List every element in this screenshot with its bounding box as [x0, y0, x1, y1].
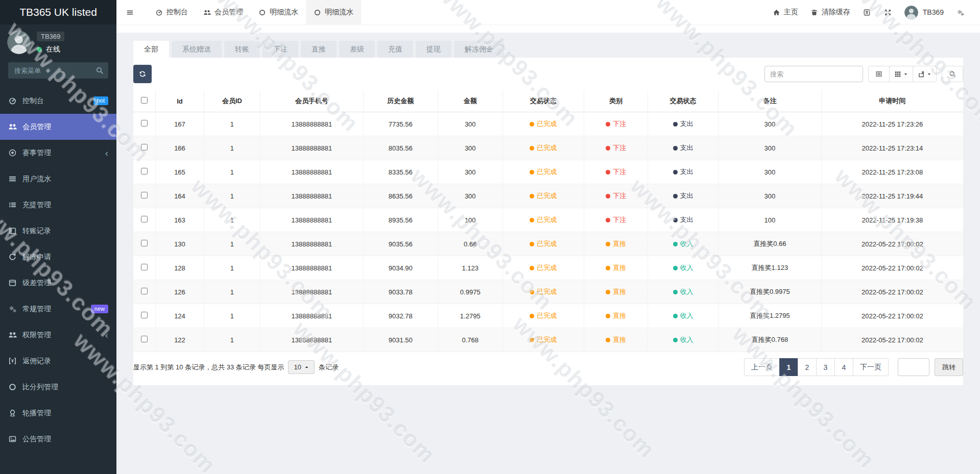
- cell-time: 2022-11-25 17:23:08: [821, 160, 963, 184]
- nav-tab[interactable]: 控制台: [148, 0, 196, 24]
- row-checkbox[interactable]: [141, 144, 148, 151]
- table-row: 126 1 13888888881 9033.78 0.9975 已完成 直推 …: [133, 280, 963, 304]
- flow-dot-icon: [673, 170, 678, 174]
- row-checkbox[interactable]: [141, 216, 148, 222]
- row-checkbox[interactable]: [141, 264, 148, 270]
- sidebar-item[interactable]: 充提管理: [0, 192, 116, 218]
- cell-note: 300: [719, 184, 822, 208]
- row-checkbox[interactable]: [141, 240, 148, 246]
- prev-page-button[interactable]: 上一页: [744, 358, 780, 376]
- sidebar-item[interactable]: 轮播管理: [0, 400, 116, 426]
- sidebar-item[interactable]: 赛事管理 ‹: [0, 140, 116, 166]
- page-button[interactable]: 2: [798, 358, 817, 376]
- cell-id: 163: [156, 208, 204, 232]
- flow-badge: 收入: [673, 263, 694, 272]
- sidebar-toggle-button[interactable]: [116, 0, 144, 24]
- sidebar-item[interactable]: 权限管理 ‹: [0, 322, 116, 348]
- row-checkbox[interactable]: [141, 120, 148, 127]
- cell-amount: 300: [438, 184, 503, 208]
- gauge-icon: [8, 96, 17, 105]
- table-search-input[interactable]: [764, 66, 863, 82]
- cell-id: 167: [156, 112, 204, 136]
- filter-tab[interactable]: 全部: [133, 41, 169, 58]
- redo-icon: [8, 253, 17, 261]
- medal-icon: [8, 409, 17, 417]
- status-dot-icon: [530, 170, 534, 174]
- home-link[interactable]: 主页: [767, 8, 804, 17]
- status-badge: 已完成: [530, 167, 557, 177]
- row-checkbox[interactable]: [141, 192, 148, 198]
- navbar-user-menu[interactable]: TB369: [898, 6, 950, 19]
- nav-tab[interactable]: 会员管理: [196, 0, 251, 24]
- page-jump-button[interactable]: 跳转: [935, 358, 963, 376]
- sidebar-item-label: 权限管理: [22, 331, 51, 340]
- refresh-button[interactable]: [133, 65, 152, 83]
- nav-tab[interactable]: 明细流水: [251, 0, 306, 24]
- circle-icon: [8, 383, 17, 391]
- columns-button[interactable]: [889, 66, 913, 82]
- clear-cache-link[interactable]: 清除缓存: [804, 8, 856, 17]
- page-button[interactable]: 1: [779, 358, 798, 376]
- sidebar-item-label: 常规管理: [22, 305, 51, 314]
- page-button[interactable]: 4: [834, 358, 853, 376]
- status-badge: 已完成: [530, 311, 557, 320]
- row-checkbox[interactable]: [141, 288, 148, 294]
- cell-phone: 13888888881: [260, 160, 364, 184]
- filter-tab[interactable]: 转账: [224, 41, 260, 58]
- cell-time: 2022-11-25 17:23:14: [821, 136, 963, 160]
- sidebar-item-label: 用户流水: [22, 174, 51, 184]
- cell-time: 2022-05-22 17:00:02: [821, 304, 963, 328]
- cell-note: 100: [719, 208, 822, 232]
- export-button[interactable]: [913, 66, 937, 82]
- row-checkbox[interactable]: [141, 168, 148, 174]
- next-page-button[interactable]: 下一页: [853, 358, 889, 376]
- filter-tab[interactable]: 差级: [339, 41, 375, 58]
- refresh-icon: [138, 70, 147, 78]
- table-row: 128 1 13888888881 9034.90 1.123 已完成 直推 收…: [133, 256, 963, 280]
- sidebar-item[interactable]: 会员管理: [0, 114, 116, 140]
- sidebar-item[interactable]: 比分列管理: [0, 374, 116, 400]
- sidebar-item[interactable]: 常规管理 new: [0, 296, 116, 322]
- row-checkbox[interactable]: [141, 336, 148, 342]
- sidebar-search-input[interactable]: [8, 62, 108, 79]
- filter-tab[interactable]: 解冻佣金: [454, 41, 504, 58]
- select-all-checkbox[interactable]: [141, 97, 148, 104]
- row-checkbox[interactable]: [141, 312, 148, 318]
- filter-tab[interactable]: 提现: [416, 41, 451, 58]
- filter-tab[interactable]: 充值: [377, 41, 413, 58]
- cell-id: 122: [156, 328, 204, 352]
- page-jump-input[interactable]: [898, 358, 929, 376]
- flow-badge: 支出: [673, 119, 694, 129]
- status-dot-icon: [530, 266, 534, 270]
- sidebar-item[interactable]: 级差管理: [0, 270, 116, 296]
- category-dot-icon: [606, 170, 610, 174]
- column-header: 类别: [584, 90, 648, 112]
- cell-amount: 0.66: [438, 232, 503, 256]
- page-size-select[interactable]: 10: [288, 360, 314, 374]
- sidebar-item[interactable]: 用户流水: [0, 166, 116, 192]
- table-row: 166 1 13888888881 8035.56 300 已完成 下注 支出 …: [133, 136, 963, 160]
- filter-tab[interactable]: 下注: [262, 41, 298, 58]
- status-badge: 已完成: [530, 215, 557, 224]
- toggle-view-button[interactable]: [868, 66, 890, 82]
- menu-badge: new: [91, 305, 108, 313]
- search-button[interactable]: [942, 66, 963, 82]
- page-button[interactable]: 3: [816, 358, 835, 376]
- main-area: 控制台 会员管理 明细流水 明细流水: [116, 0, 980, 474]
- sidebar-item[interactable]: 转账记录: [0, 218, 116, 244]
- category-badge: 下注: [606, 143, 626, 153]
- fullscreen-button[interactable]: [877, 9, 898, 16]
- cell-member-id: 1: [204, 136, 260, 160]
- cell-history-amount: 8035.56: [363, 136, 438, 160]
- sidebar-item[interactable]: 控制台 hot: [0, 88, 116, 114]
- sidebar-item[interactable]: 返佣记录: [0, 348, 116, 374]
- ball-icon: [8, 148, 17, 157]
- filter-tab[interactable]: 系统赠送: [172, 41, 222, 58]
- language-button[interactable]: [856, 9, 877, 16]
- sidebar-item[interactable]: 公告管理: [0, 426, 116, 452]
- filter-tab[interactable]: 直推: [301, 41, 337, 58]
- cell-member-id: 1: [204, 256, 260, 280]
- sidebar-item[interactable]: 解冻申请: [0, 244, 116, 270]
- nav-tab[interactable]: 明细流水: [306, 0, 361, 24]
- settings-button[interactable]: [950, 9, 971, 16]
